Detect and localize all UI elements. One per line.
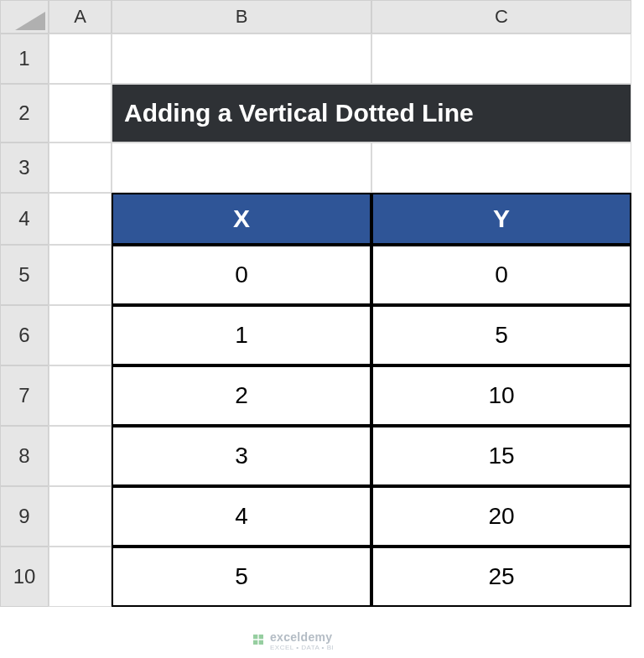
spreadsheet-grid: A B C 1 2 Adding a Vertical Dotted Line … [0,0,644,607]
watermark-brand: exceldemy [270,630,332,644]
table-cell-x5[interactable]: 5 [112,547,371,607]
cell-a4[interactable] [49,193,112,245]
table-cell-y5[interactable]: 25 [371,547,631,607]
watermark: exceldemy EXCEL • DATA • BI [252,630,334,651]
col-header-a[interactable]: A [49,0,112,34]
cell-b3[interactable] [112,142,371,193]
table-cell-y0[interactable]: 0 [371,245,631,305]
row-header-10[interactable]: 10 [0,547,49,607]
row-header-6[interactable]: 6 [0,305,49,365]
title-cell[interactable]: Adding a Vertical Dotted Line [112,84,631,142]
table-cell-y1[interactable]: 5 [371,305,631,365]
watermark-icon [252,633,265,650]
cell-a6[interactable] [49,305,112,365]
table-header-y[interactable]: Y [371,193,631,245]
cell-a10[interactable] [49,547,112,607]
row-header-1[interactable]: 1 [0,34,49,84]
table-cell-x0[interactable]: 0 [112,245,371,305]
cell-a5[interactable] [49,245,112,305]
cell-a2[interactable] [49,84,112,142]
table-cell-x2[interactable]: 2 [112,365,371,426]
col-header-c[interactable]: C [371,0,631,34]
row-header-2[interactable]: 2 [0,84,49,142]
cell-a9[interactable] [49,486,112,547]
table-cell-y2[interactable]: 10 [371,365,631,426]
table-cell-y4[interactable]: 20 [371,486,631,547]
table-cell-x1[interactable]: 1 [112,305,371,365]
table-cell-y3[interactable]: 15 [371,426,631,486]
cell-b1[interactable] [112,34,371,84]
cell-a1[interactable] [49,34,112,84]
cell-a7[interactable] [49,365,112,426]
select-all-corner[interactable] [0,0,49,34]
col-header-b[interactable]: B [112,0,371,34]
table-header-x[interactable]: X [112,193,371,245]
row-header-5[interactable]: 5 [0,245,49,305]
row-header-3[interactable]: 3 [0,142,49,193]
cell-c3[interactable] [371,142,631,193]
row-header-8[interactable]: 8 [0,426,49,486]
row-header-4[interactable]: 4 [0,193,49,245]
cell-a3[interactable] [49,142,112,193]
table-cell-x3[interactable]: 3 [112,426,371,486]
cell-a8[interactable] [49,426,112,486]
row-header-9[interactable]: 9 [0,486,49,547]
table-cell-x4[interactable]: 4 [112,486,371,547]
watermark-tagline: EXCEL • DATA • BI [270,644,334,651]
cell-c1[interactable] [371,34,631,84]
row-header-7[interactable]: 7 [0,365,49,426]
